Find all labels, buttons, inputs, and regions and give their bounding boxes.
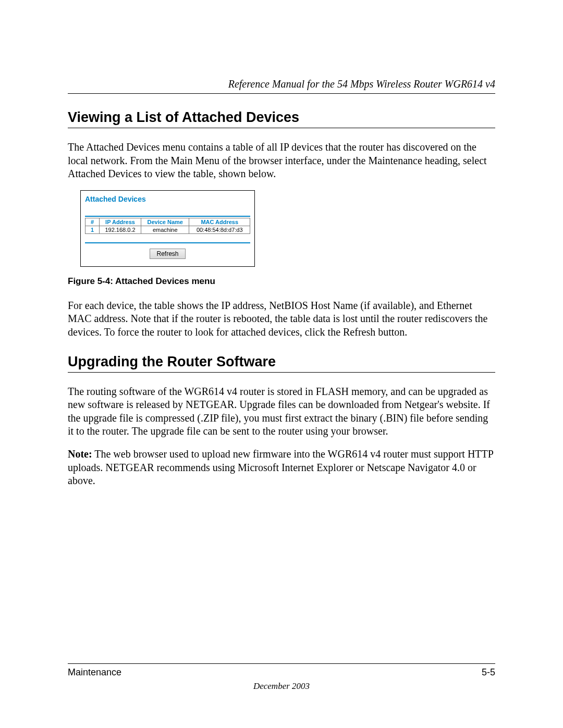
para-upgrade-note: Note: The web browser used to upload new… [68,448,495,488]
attached-devices-table: # IP Address Device Name MAC Address 1 1… [85,218,250,234]
header-rule [68,93,495,94]
running-header: Reference Manual for the 54 Mbps Wireles… [68,78,495,90]
section-rule-2 [68,372,495,373]
para-upgrade-intro: The routing software of the WGR614 v4 ro… [68,385,495,438]
note-body: The web browser used to upload new firmw… [68,448,493,486]
cell-mac: 00:48:54:8d:d7:d3 [189,226,250,233]
footer-rule [68,663,495,664]
table-row: 1 192.168.0.2 emachine 00:48:54:8d:d7:d3 [85,226,250,233]
section-rule-1 [68,128,495,128]
panel-rule-bottom [85,242,250,243]
figure-caption: Figure 5-4: Attached Devices menu [68,276,495,287]
para-table-explain: For each device, the table shows the IP … [68,299,495,339]
refresh-button[interactable]: Refresh [150,249,185,259]
attached-devices-panel: Attached Devices # IP Address Device Nam… [80,190,255,267]
cell-name: emachine [141,226,189,233]
col-header-mac: MAC Address [189,218,250,226]
col-header-num: # [85,218,100,226]
col-header-name: Device Name [141,218,189,226]
heading-upgrading: Upgrading the Router Software [68,354,495,370]
col-header-ip: IP Address [100,218,141,226]
note-label: Note: [68,448,92,460]
footer-date: December 2003 [68,681,495,692]
page: Reference Manual for the 54 Mbps Wireles… [0,0,563,728]
table-header-row: # IP Address Device Name MAC Address [85,218,250,226]
footer-page-number: 5-5 [482,667,495,678]
panel-rule-top [85,216,250,217]
para-intro-attached: The Attached Devices menu contains a tab… [68,141,495,181]
page-footer: Maintenance 5-5 December 2003 [68,663,495,692]
refresh-row: Refresh [85,249,250,259]
footer-section: Maintenance [68,667,121,678]
panel-title: Attached Devices [85,195,250,203]
cell-num: 1 [85,226,100,233]
heading-attached-devices: Viewing a List of Attached Devices [68,109,495,126]
cell-ip: 192.168.0.2 [100,226,141,233]
